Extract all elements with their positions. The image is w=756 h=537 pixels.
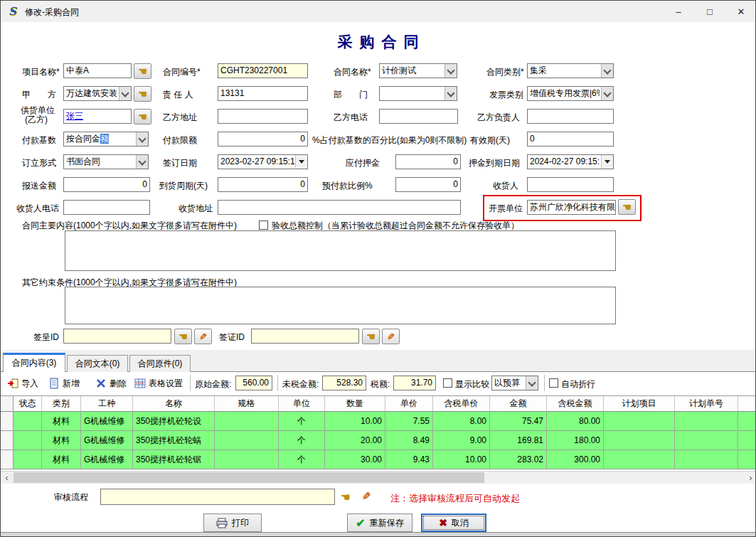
party-b-address-field[interactable] — [218, 109, 308, 124]
table-row[interactable]: 材料 G机械维修 350搅拌机砼轮锯 个 30.00 9.43 10.00 28… — [1, 450, 756, 469]
chevron-down-icon[interactable] — [444, 64, 457, 78]
chevron-down-icon[interactable] — [136, 132, 148, 146]
chevron-down-icon[interactable] — [119, 87, 131, 100]
contract-name-select[interactable]: 计价测试 — [379, 63, 457, 78]
valid-days-field[interactable]: 0 — [527, 132, 614, 147]
project-lookup-button[interactable]: ☚ — [134, 63, 151, 79]
main-content-textarea[interactable] — [65, 230, 616, 271]
x-icon: ✖ — [439, 517, 447, 528]
chevron-down-icon[interactable] — [526, 376, 538, 390]
col-header-category[interactable]: 类别 — [42, 396, 81, 412]
tab-contract-text[interactable]: 合同文本(0) — [67, 355, 128, 372]
qiancheng-edit-button[interactable]: ✎ — [194, 329, 212, 344]
chevron-down-icon[interactable] — [601, 87, 613, 100]
contract-type-select[interactable]: 集采 — [527, 63, 614, 78]
col-header-amount[interactable]: 金额 — [490, 396, 547, 412]
print-button[interactable]: 打印 — [203, 514, 262, 532]
qiancheng-id-field[interactable] — [63, 329, 171, 344]
party-a-lookup-button[interactable]: ☚ — [134, 86, 151, 102]
dropdown-arrow-icon[interactable] — [601, 155, 613, 169]
deposit-due-picker[interactable]: 2024-02-27 09:15: — [527, 154, 614, 169]
other-terms-textarea[interactable] — [65, 287, 616, 324]
col-header-price[interactable]: 单价 — [385, 396, 433, 412]
sign-date-picker[interactable]: 2023-02-27 09:15:1 — [218, 154, 308, 169]
receive-address-field[interactable] — [218, 200, 461, 215]
col-header-qty[interactable]: 数量 — [325, 396, 385, 412]
col-header-worktype[interactable]: 工种 — [81, 396, 133, 412]
payment-limit-field[interactable]: 0 — [218, 132, 308, 147]
delete-row-button[interactable]: 删除 — [93, 375, 129, 392]
delivery-cycle-field[interactable]: 0 — [218, 177, 308, 192]
approval-lookup-button[interactable]: ☚ — [341, 491, 350, 504]
new-document-icon — [48, 378, 60, 389]
col-header-status[interactable]: 状态 — [14, 396, 42, 412]
add-row-button[interactable]: 新增 — [46, 375, 82, 392]
maximize-button[interactable]: □ — [694, 1, 725, 22]
party-b-phone-field[interactable] — [379, 109, 458, 124]
col-header-unit[interactable]: 单位 — [279, 396, 325, 412]
acceptance-total-checkbox[interactable] — [259, 220, 268, 230]
col-header-taxed-price[interactable]: 含税单价 — [433, 396, 490, 412]
invoice-unit-field[interactable]: 苏州广欣净化科技有限 — [527, 200, 616, 215]
scroll-left-button[interactable]: ‹ — [1, 472, 13, 484]
project-name-field[interactable]: 中泰A — [63, 63, 132, 78]
form-type-select[interactable]: 书面合同 — [63, 154, 149, 169]
show-compare-checkbox[interactable] — [443, 378, 452, 388]
pen-icon: ✎ — [387, 330, 395, 344]
invoice-unit-lookup-button[interactable]: ☚ — [618, 199, 636, 215]
qianzheng-lookup-button[interactable]: ☚ — [362, 329, 380, 344]
department-select[interactable] — [379, 86, 457, 101]
report-amount-field[interactable]: 0 — [63, 177, 150, 192]
col-header-spec[interactable]: 规格 — [215, 396, 279, 412]
table-row[interactable]: 材料 G机械维修 350搅拌机砼轮设 个 10.00 7.55 8.00 75.… — [1, 412, 756, 431]
close-button[interactable]: ✕ — [725, 1, 756, 22]
deposit-field[interactable]: 0 — [395, 154, 461, 169]
col-header-plan-no[interactable]: 计划单号 — [675, 396, 738, 412]
manager-label: 责 任 人 — [163, 87, 193, 102]
import-button[interactable]: 导入 — [5, 375, 41, 392]
col-header-name[interactable]: 名称 — [133, 396, 215, 412]
approval-flow-field[interactable] — [100, 489, 335, 505]
autowrap-checkbox[interactable] — [549, 378, 558, 388]
party-b-contact-field[interactable] — [527, 109, 614, 124]
col-header-plan-project[interactable]: 计划项目 — [604, 396, 675, 412]
supplier-field[interactable]: 张三 — [63, 109, 132, 124]
payment-base-select[interactable]: 按合同金额 — [63, 132, 149, 147]
party-a-select[interactable]: 万达建筑安装工程有 — [63, 86, 132, 101]
qianzheng-edit-button[interactable]: ✎ — [382, 329, 400, 344]
tab-strip: 合同内容(3) 合同文本(0) 合同原件(0) — [1, 350, 755, 372]
scroll-right-button[interactable]: › — [745, 472, 756, 484]
party-b-contact-label: 乙方负责人 — [477, 110, 520, 124]
approval-note: 注：选择审核流程后可自动发起 — [390, 492, 520, 505]
cancel-button[interactable]: ✖ 取消 — [421, 514, 486, 532]
scrollbar-thumb[interactable] — [14, 472, 484, 483]
pen-icon: ✎ — [362, 490, 371, 503]
chevron-down-icon[interactable] — [601, 64, 613, 78]
save-button[interactable]: ✔ 重新保存 — [347, 514, 412, 532]
invoice-type-select[interactable]: 增值税专用发票|6% — [527, 86, 614, 101]
supplier-link[interactable]: 张三 — [66, 111, 83, 121]
horizontal-scrollbar[interactable]: ‹ › — [1, 471, 756, 484]
grid-toolbar: 导入 新增 删除 表格设置 原始金额: 560.00 未税金额: 528.30 … — [1, 372, 755, 394]
table-row[interactable]: 材料 G机械维修 350搅拌机砼轮蜗 个 20.00 8.49 9.00 169… — [1, 431, 756, 450]
prepay-ratio-field[interactable]: 0 — [395, 177, 461, 192]
contract-no-field[interactable]: CGHT230227001 — [218, 63, 308, 78]
approval-edit-button[interactable]: ✎ — [362, 490, 371, 503]
col-header-taxed-amount[interactable]: 含税金额 — [547, 396, 604, 412]
tab-contract-content[interactable]: 合同内容(3) — [3, 353, 65, 372]
minimize-button[interactable]: – — [663, 1, 694, 22]
supplier-lookup-button[interactable]: ☚ — [134, 109, 151, 124]
qianzheng-id-field[interactable] — [251, 329, 359, 344]
compare-mode-select[interactable]: 以预算 — [491, 376, 538, 390]
tab-contract-original[interactable]: 合同原件(0) — [129, 355, 191, 372]
table-settings-button[interactable]: 表格设置 — [132, 375, 185, 392]
toolbar-separator — [190, 375, 191, 391]
qiancheng-lookup-button[interactable]: ☚ — [174, 329, 192, 344]
receiver-phone-field[interactable] — [63, 200, 150, 215]
receiver-field[interactable] — [527, 177, 614, 192]
chevron-down-icon[interactable] — [444, 87, 457, 100]
chevron-down-icon[interactable] — [136, 155, 148, 169]
dropdown-arrow-icon[interactable] — [295, 155, 307, 169]
manager-field[interactable]: 13131 — [218, 86, 308, 101]
project-name-label: 项目名称* — [22, 65, 60, 79]
